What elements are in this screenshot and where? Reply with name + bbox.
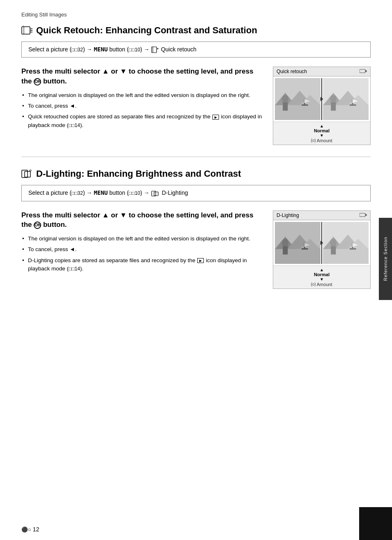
screen1-edited-image xyxy=(323,78,369,120)
section2-title-text: D-Lighting: Enhancing Brightness and Con… xyxy=(36,168,241,179)
screen2-title: D-Lighting xyxy=(277,212,299,218)
list-item: To cancel, press ◄. xyxy=(21,102,263,110)
breadcrumb: Editing Still Images xyxy=(21,12,371,18)
d-lighting-icon xyxy=(21,169,33,179)
svg-rect-44 xyxy=(302,248,308,249)
up-arrow-indicator2: ▲ xyxy=(273,268,370,272)
section-d-lighting: D-Lighting: Enhancing Brightness and Con… xyxy=(21,168,371,288)
screen2-header: D-Lighting xyxy=(273,211,370,220)
screen2-original-image xyxy=(275,222,321,264)
svg-point-23 xyxy=(330,95,337,103)
svg-rect-41 xyxy=(283,246,288,254)
svg-rect-27 xyxy=(350,104,356,106)
screen2-body xyxy=(273,220,370,265)
footer-icon: ⚫○ xyxy=(21,526,31,533)
section2-text: Press the multi selector ▲ or ▼ to choos… xyxy=(21,210,263,289)
list-item: Quick retouched copies are stored as sep… xyxy=(21,113,263,129)
battery-icon xyxy=(360,69,367,74)
list-item: The original version is displayed on the… xyxy=(21,91,263,99)
svg-point-13 xyxy=(282,95,288,103)
svg-rect-24 xyxy=(331,102,336,111)
svg-rect-49 xyxy=(323,249,369,264)
section1-body: Press the multi selector ▲ or ▼ to choos… xyxy=(21,67,371,145)
quick-retouch-icon: ✦ xyxy=(21,25,33,36)
svg-rect-22 xyxy=(323,105,369,120)
page-footer: ⚫○ 12 xyxy=(21,526,39,533)
svg-point-50 xyxy=(330,239,337,247)
svg-rect-12 xyxy=(275,105,321,120)
screen1-divider xyxy=(321,78,322,120)
up-arrow-indicator: ▲ xyxy=(273,124,370,128)
down-arrow-indicator2: ▼ xyxy=(273,277,370,282)
section2-body: Press the multi selector ▲ or ▼ to choos… xyxy=(21,210,371,289)
svg-rect-14 xyxy=(283,102,288,111)
screen2-edited-image xyxy=(323,222,369,264)
section2-title: D-Lighting: Enhancing Brightness and Con… xyxy=(21,168,371,179)
reference-section-sidebar: Reference Section xyxy=(379,218,392,300)
svg-rect-51 xyxy=(331,246,336,254)
svg-rect-54 xyxy=(350,248,356,249)
down-arrow-indicator: ▼ xyxy=(273,133,370,138)
section2-nav-box: Select a picture (□□32) → MENU button (□… xyxy=(21,185,371,201)
list-item: The original version is displayed on the… xyxy=(21,235,263,243)
screen2-amount-label: ⒪ Amount xyxy=(273,282,370,288)
svg-rect-32 xyxy=(154,192,158,196)
screen1-body xyxy=(273,76,370,122)
screen1-normal-label: Normal xyxy=(273,128,370,133)
list-item: To cancel, press ◄. xyxy=(21,245,263,254)
section1-text: Press the multi selector ▲ or ▼ to choos… xyxy=(21,67,263,145)
black-corner-tab xyxy=(359,507,392,540)
battery-icon2 xyxy=(360,212,367,218)
svg-point-40 xyxy=(282,239,288,247)
ok-button-icon: OK xyxy=(34,78,41,85)
reference-sidebar-label: Reference Section xyxy=(383,237,388,281)
playback-icon2: ▶ xyxy=(197,258,204,263)
screen1-title: Quick retouch xyxy=(277,69,307,74)
svg-rect-0 xyxy=(22,27,30,34)
section1-title: ✦ Quick Retouch: Enhancing Contrast and … xyxy=(21,25,371,36)
screen2-normal-label: Normal xyxy=(273,272,370,277)
section2-camera-screen: D-Lighting xyxy=(273,210,371,289)
section1-camera-screen: Quick retouch xyxy=(273,67,371,145)
svg-rect-6 xyxy=(360,69,365,73)
svg-rect-3 xyxy=(152,47,157,53)
ok-button-icon2: OK xyxy=(34,222,41,229)
section2-heading: Press the multi selector ▲ or ▼ to choos… xyxy=(21,210,263,230)
screen2-divider xyxy=(321,222,322,264)
playback-icon: ▶ xyxy=(212,115,219,120)
section1-bullets: The original version is displayed on the… xyxy=(21,91,263,129)
section-divider xyxy=(21,157,371,157)
screen1-original-image xyxy=(275,78,321,120)
section-quick-retouch: ✦ Quick Retouch: Enhancing Contrast and … xyxy=(21,25,371,145)
list-item: D-Lighting copies are stored as separate… xyxy=(21,256,263,273)
screen1-footer: ▲ Normal ▼ ⒪ Amount xyxy=(273,122,370,145)
svg-text:✦: ✦ xyxy=(157,47,159,50)
section1-heading: Press the multi selector ▲ or ▼ to choos… xyxy=(21,67,263,86)
screen2-footer: ▲ Normal ▼ ⒪ Amount xyxy=(273,265,370,288)
svg-rect-34 xyxy=(366,214,367,216)
page-number: 12 xyxy=(33,526,39,533)
svg-rect-17 xyxy=(302,104,308,106)
section1-title-text: Quick Retouch: Enhancing Contrast and Sa… xyxy=(36,25,257,36)
svg-rect-39 xyxy=(275,249,321,264)
screen1-amount-label: ⒪ Amount xyxy=(273,138,370,144)
svg-rect-33 xyxy=(360,213,365,217)
section2-bullets: The original version is displayed on the… xyxy=(21,235,263,273)
section1-nav-box: Select a picture (□□32) → MENU button (□… xyxy=(21,42,371,58)
svg-point-30 xyxy=(30,170,31,171)
svg-text:✦: ✦ xyxy=(22,25,25,27)
svg-rect-7 xyxy=(366,70,367,72)
screen1-header: Quick retouch xyxy=(273,67,370,76)
